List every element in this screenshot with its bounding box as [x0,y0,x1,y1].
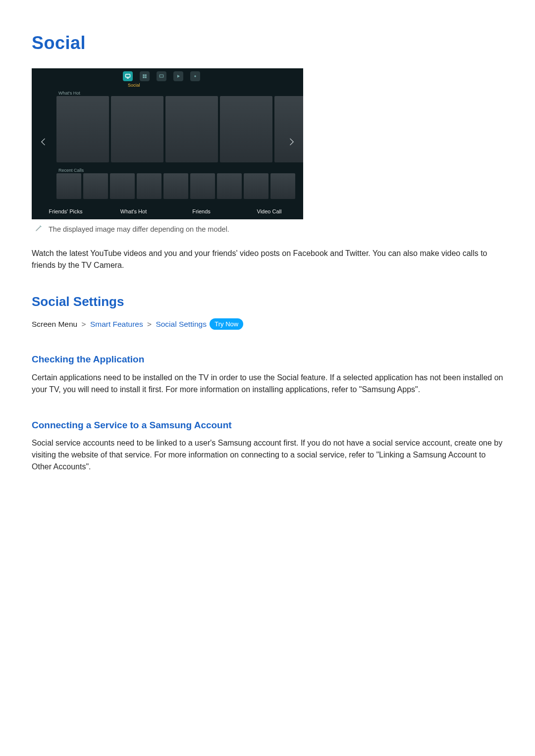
svg-rect-1 [143,74,144,76]
connecting-service-text: Social service accounts need to be linke… [32,437,503,473]
tab-video-call: Video Call [235,207,303,216]
breadcrumb-sep: > [147,320,152,328]
call-tile [270,173,295,199]
image-note: The displayed image may differ depending… [32,219,503,236]
svg-point-7 [194,75,196,77]
call-tile [217,173,242,199]
nav-apps-icon [140,71,150,81]
chevron-left-icon [39,135,49,153]
breadcrumb: Screen Menu > Smart Features > Social Se… [32,318,503,330]
tv-top-nav [123,71,200,81]
try-now-button[interactable]: Try Now [210,318,243,330]
svg-marker-6 [177,75,180,78]
content-tile [111,96,163,162]
recent-calls-tiles [56,173,295,199]
nav-play-icon [173,71,183,81]
call-tile [110,173,135,199]
pencil-icon [35,224,43,236]
tab-whats-hot: What's Hot [100,207,167,216]
svg-rect-3 [143,76,144,78]
connecting-service-heading: Connecting a Service to a Samsung Accoun… [32,418,503,433]
tv-bottom-tabs: Friends' Picks What's Hot Friends Video … [32,207,303,216]
breadcrumb-social-settings[interactable]: Social Settings [156,320,207,328]
tab-friends: Friends [167,207,235,216]
whats-hot-tiles [56,96,303,162]
call-tile [137,173,161,199]
nav-gear-icon [190,71,200,81]
tv-screenshot: Social What's Hot Recent Calls Friends' … [32,68,303,219]
intro-paragraph: Watch the latest YouTube videos and you … [32,248,503,271]
content-tile [56,96,109,162]
image-note-text: The displayed image may differ depending… [49,224,229,235]
chevron-right-icon [286,135,296,153]
checking-application-heading: Checking the Application [32,353,503,367]
checking-application-text: Certain applications need to be installe… [32,372,503,396]
content-tile [220,96,272,162]
call-tile [244,173,268,199]
tv-nav-active-label: Social [128,82,140,89]
call-tile [56,173,81,199]
breadcrumb-smart-features[interactable]: Smart Features [90,320,143,328]
svg-rect-5 [160,75,163,77]
nav-social-icon [123,71,133,81]
content-tile [165,96,218,162]
nav-tv-icon [157,71,166,81]
svg-rect-0 [126,74,130,77]
svg-rect-2 [145,74,146,76]
call-tile [163,173,188,199]
breadcrumb-sep: > [82,320,86,328]
call-tile [83,173,108,199]
breadcrumb-root: Screen Menu [32,320,77,328]
tab-friends-picks: Friends' Picks [32,207,100,216]
svg-rect-4 [145,76,146,78]
call-tile [190,173,215,199]
page-title: Social [32,30,503,56]
social-settings-heading: Social Settings [32,292,503,311]
